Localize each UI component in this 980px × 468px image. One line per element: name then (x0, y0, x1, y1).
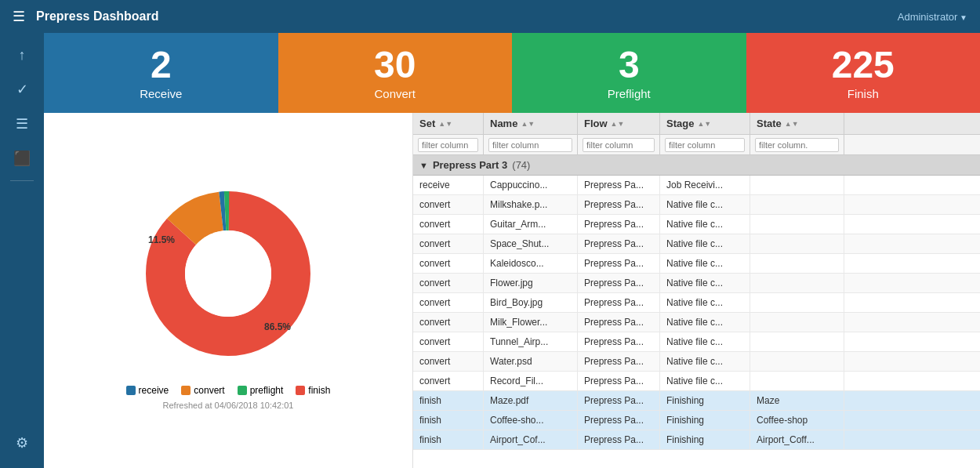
table-cell: Prepress Pa... (578, 234, 660, 253)
table-cell: Prepress Pa... (578, 215, 660, 234)
table-row[interactable]: convertGuitar_Arm...Prepress Pa...Native… (413, 215, 980, 234)
table-cell: Prepress Pa... (578, 372, 660, 390)
table-cell: Guitar_Arm... (484, 215, 578, 234)
table-cell: finish (413, 391, 484, 410)
table-cell: Native file c... (660, 332, 750, 351)
stat-preflight[interactable]: 3 Preflight (512, 33, 746, 113)
table-header: Set▲▼ Name▲▼ Flow▲▼ Stage▲▼ State▲▼ (413, 113, 980, 135)
legend-dot-convert (181, 386, 191, 395)
table-cell: Water.psd (484, 352, 578, 371)
lower-area: 11.5% 86.5% receive convert preflight (44, 113, 980, 468)
table-row[interactable]: finishAirport_Cof...Prepress Pa...Finish… (413, 430, 980, 450)
table-cell (750, 274, 844, 292)
table-cell: Airport_Coff... (750, 430, 844, 449)
table-cell: Job Receivi... (660, 176, 750, 194)
gear-icon[interactable]: ⚙ (6, 427, 38, 459)
table-cell (750, 254, 844, 273)
table-cell: Prepress Pa... (578, 411, 660, 430)
table-cell: Kaleidosco... (484, 254, 578, 273)
filter-flow-input[interactable] (583, 138, 655, 152)
hamburger-icon[interactable]: ☰ (13, 8, 25, 25)
table-cell (750, 176, 844, 194)
table-cell (750, 234, 844, 253)
table-cell (750, 313, 844, 332)
stat-preflight-label: Preflight (608, 87, 651, 100)
sidebar-item-list[interactable]: ☰ (6, 108, 38, 140)
table-cell: Finishing (660, 411, 750, 430)
stat-receive-label: Receive (140, 87, 182, 100)
col-header-name[interactable]: Name▲▼ (484, 113, 578, 134)
filter-stage-input[interactable] (665, 138, 745, 152)
table-cell: Native file c... (660, 234, 750, 253)
table-cell: convert (413, 332, 484, 351)
table-cell: Native file c... (660, 372, 750, 390)
stat-convert-number: 30 (374, 46, 416, 84)
table-cell: Coffee-sho... (484, 411, 578, 430)
table-cell: finish (413, 430, 484, 449)
content-area: 2 Receive 30 Convert 3 Preflight 225 Fin… (44, 33, 980, 468)
col-header-state[interactable]: State▲▼ (750, 113, 844, 134)
table-cell: convert (413, 215, 484, 234)
stat-convert[interactable]: 30 Convert (278, 33, 513, 113)
table-cell: Native file c... (660, 352, 750, 371)
table-cell: Prepress Pa... (578, 391, 660, 410)
table-row[interactable]: convertKaleidosco...Prepress Pa...Native… (413, 254, 980, 274)
legend-label-receive: receive (139, 385, 169, 396)
table-cell: Prepress Pa... (578, 313, 660, 332)
table-cell: convert (413, 254, 484, 273)
table-row[interactable]: finishMaze.pdfPrepress Pa...FinishingMaz… (413, 391, 980, 411)
table-row[interactable]: convertFlower.jpgPrepress Pa...Native fi… (413, 274, 980, 293)
topbar: ☰ Prepress Dashboard Administrator (0, 0, 980, 33)
sidebar: ↑ ✓ ☰ ⬛ ⚙ (0, 33, 44, 468)
col-header-set[interactable]: Set▲▼ (413, 113, 484, 134)
filter-state (750, 135, 844, 154)
table-cell: Prepress Pa... (578, 352, 660, 371)
table-cell: Prepress Pa... (578, 293, 660, 312)
stat-receive[interactable]: 2 Receive (44, 33, 278, 113)
legend-convert: convert (181, 385, 224, 396)
user-menu[interactable]: Administrator (898, 11, 967, 23)
filter-flow (578, 135, 660, 154)
table-row[interactable]: convertMilk_Flower...Prepress Pa...Nativ… (413, 313, 980, 332)
table-cell: convert (413, 293, 484, 312)
app-title: Prepress Dashboard (36, 9, 898, 24)
legend-label-convert: convert (194, 385, 224, 396)
stat-finish-label: Finish (848, 87, 879, 100)
table-row[interactable]: convertWater.psdPrepress Pa...Native fil… (413, 352, 980, 372)
legend-label-finish: finish (308, 385, 330, 396)
stats-row: 2 Receive 30 Convert 3 Preflight 225 Fin… (44, 33, 980, 113)
sidebar-item-dashboard[interactable]: ⬛ (6, 143, 38, 174)
table-cell: Native file c... (660, 254, 750, 273)
table-cell: convert (413, 195, 484, 214)
col-header-stage[interactable]: Stage▲▼ (660, 113, 750, 134)
sidebar-item-check[interactable]: ✓ (6, 74, 38, 105)
col-header-flow[interactable]: Flow▲▼ (578, 113, 660, 134)
group-count: (74) (512, 159, 530, 171)
table-cell: convert (413, 313, 484, 332)
table-row[interactable]: receiveCappuccino...Prepress Pa...Job Re… (413, 176, 980, 195)
group-header[interactable]: ▼ Prepress Part 3 (74) (413, 155, 980, 176)
chart-label-orange: 11.5% (148, 234, 175, 245)
table-row[interactable]: convertRecord_Fil...Prepress Pa...Native… (413, 372, 980, 391)
table-cell: Cappuccino... (484, 176, 578, 194)
table-cell: convert (413, 352, 484, 371)
table-cell: Prepress Pa... (578, 176, 660, 194)
table-row[interactable]: convertSpace_Shut...Prepress Pa...Native… (413, 234, 980, 254)
donut-chart: 11.5% 86.5% (126, 172, 330, 375)
sidebar-item-upload[interactable]: ↑ (6, 39, 38, 71)
table-cell (750, 215, 844, 234)
filter-set (413, 135, 484, 154)
filter-stage (660, 135, 750, 154)
table-row[interactable]: finishCoffee-sho...Prepress Pa...Finishi… (413, 411, 980, 430)
filter-name-input[interactable] (488, 138, 572, 152)
table-cell: convert (413, 372, 484, 390)
table-row[interactable]: convertBird_Boy.jpgPrepress Pa...Native … (413, 293, 980, 313)
table-row[interactable]: convertMilkshake.p...Prepress Pa...Nativ… (413, 195, 980, 215)
sidebar-item-settings[interactable]: ⚙ (6, 427, 38, 459)
table-row[interactable]: convertTunnel_Airp...Prepress Pa...Nativ… (413, 332, 980, 352)
filter-state-input[interactable] (755, 138, 839, 152)
filter-set-input[interactable] (418, 138, 478, 152)
stat-finish[interactable]: 225 Finish (746, 33, 981, 113)
filter-name (484, 135, 578, 154)
table-cell: convert (413, 274, 484, 292)
